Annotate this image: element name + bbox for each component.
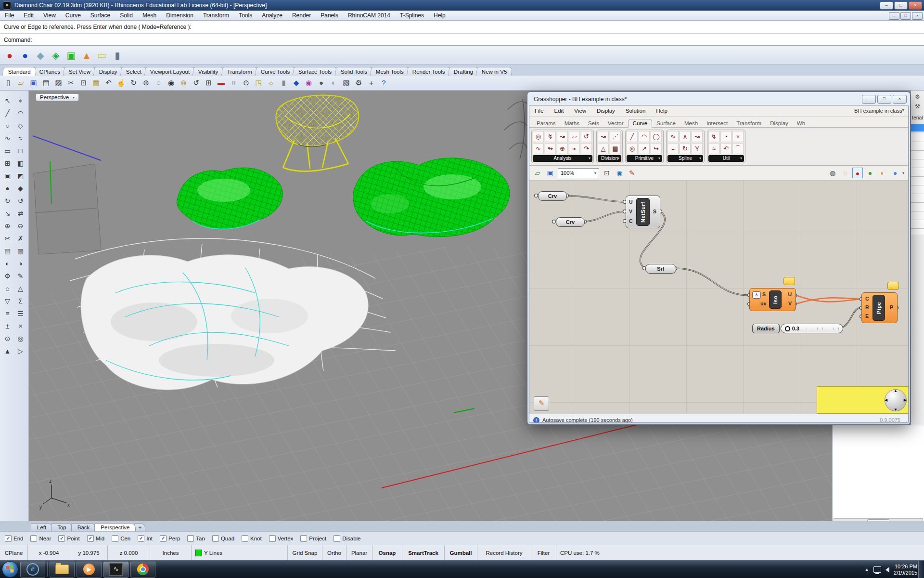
grasshopper-canvas[interactable]: Crv Crv U V C NetSurf S Srf ∧ S uv Iso U xyxy=(529,181,908,414)
chevron-down-icon[interactable]: ▾ xyxy=(594,171,596,175)
gh-category-tab[interactable]: Params xyxy=(532,119,560,127)
component-icon[interactable]: ◯ xyxy=(651,131,662,142)
green-drop-icon[interactable]: ◈ xyxy=(49,49,63,62)
menu-item[interactable]: RhinoCAM 2014 xyxy=(343,11,395,20)
compass-widget[interactable]: ▲▼ ◀▶ xyxy=(885,389,907,411)
chevron-down-icon[interactable]: ▾ xyxy=(902,171,904,175)
plus-minus-icon[interactable]: ± xyxy=(1,320,14,332)
color-wheel-icon[interactable]: ◉ xyxy=(303,77,314,89)
netsurf-input-u[interactable]: U xyxy=(629,199,633,205)
sigma-icon[interactable]: Σ xyxy=(14,295,27,307)
component-icon[interactable]: ↝ xyxy=(598,131,609,142)
menu-item[interactable]: Solid xyxy=(115,11,138,20)
zoom-dynamic-icon[interactable]: ⊕ xyxy=(141,77,152,89)
checkbox[interactable] xyxy=(138,535,144,542)
battery-icon[interactable]: ▮ xyxy=(111,49,124,62)
new-document-icon[interactable]: ▯ xyxy=(3,77,14,89)
osnap-item[interactable]: Int xyxy=(138,535,153,542)
component-icon[interactable]: ↬ xyxy=(545,143,556,154)
delete-cross-icon[interactable]: ✗ xyxy=(14,232,27,245)
mdi-restore-button[interactable]: □ xyxy=(900,12,911,20)
shield-icon[interactable]: ◆ xyxy=(291,77,302,89)
house-icon[interactable]: ⌂ xyxy=(1,282,14,295)
menu-item[interactable]: Surface xyxy=(86,11,115,20)
triangle-down-icon[interactable]: ▽ xyxy=(1,295,14,307)
checkbox[interactable] xyxy=(212,535,219,542)
component-icon[interactable]: ⌒ xyxy=(732,143,744,154)
status-cell[interactable]: SmartTrack xyxy=(402,545,445,560)
menu-item[interactable]: Transform xyxy=(198,11,234,20)
menu-item[interactable]: Help xyxy=(429,11,450,20)
shade-right-icon[interactable]: ◑ xyxy=(14,257,27,270)
taskbar-clock[interactable]: 10:26 PM 2/19/2015 xyxy=(894,564,917,576)
checkbox[interactable] xyxy=(187,535,194,542)
checkbox[interactable] xyxy=(242,535,248,542)
lock-icon[interactable]: ▮ xyxy=(278,77,289,89)
resize-grip[interactable]: ⋰ xyxy=(903,420,907,423)
osnap-item[interactable]: Point xyxy=(58,535,79,542)
gh-category-tab[interactable]: Mesh xyxy=(680,119,702,127)
slider-knob[interactable] xyxy=(785,326,790,331)
solid-triangle-icon[interactable]: ▲ xyxy=(1,345,14,357)
pan-hand-icon[interactable]: ☝ xyxy=(116,77,127,89)
osnap-item[interactable]: Quad xyxy=(212,535,234,542)
grasshopper-window[interactable]: Grasshopper - BH example in class* – □ ×… xyxy=(527,92,911,425)
checkbox[interactable] xyxy=(87,535,94,542)
hatch-icon[interactable]: ▧ xyxy=(341,77,352,89)
undo-view-icon[interactable]: ↺ xyxy=(191,77,202,89)
half-square-icon[interactable]: ◧ xyxy=(14,157,27,170)
viewport-tab[interactable]: Left xyxy=(31,523,52,531)
gh-menu-item[interactable]: Solution xyxy=(620,107,651,115)
slider-track[interactable]: 0.3 xyxy=(781,324,843,333)
dot-circle-icon[interactable]: ⊙ xyxy=(1,332,14,345)
checkbox[interactable] xyxy=(5,535,12,542)
shade-left-icon[interactable]: ◐ xyxy=(1,257,14,270)
no-preview-icon[interactable]: ◍ xyxy=(827,168,838,178)
green-box-icon[interactable]: ▣ xyxy=(64,49,78,62)
toolbar-tab[interactable]: Display xyxy=(93,67,123,76)
toolbar-tab[interactable]: Viewport Layout xyxy=(144,67,196,76)
copy-icon[interactable]: ⊡ xyxy=(78,77,89,89)
grid-icon[interactable]: ⊞ xyxy=(1,157,14,170)
swap-icon[interactable]: ⇄ xyxy=(14,207,27,220)
component-icon[interactable]: ∿ xyxy=(533,143,544,154)
component-icon[interactable]: ▤ xyxy=(610,143,621,154)
scissors-icon[interactable]: ✂ xyxy=(1,232,14,245)
ghosted-sphere-icon[interactable]: ◐ xyxy=(328,77,339,89)
status-cell[interactable]: Gumball xyxy=(445,545,477,560)
viewport-tab[interactable]: Back xyxy=(71,523,96,531)
preview-eye-icon[interactable]: ◉ xyxy=(614,168,625,178)
chevron-down-icon[interactable]: ▾ xyxy=(658,155,660,162)
component-icon[interactable]: △ xyxy=(598,143,609,154)
menu-item[interactable]: File xyxy=(0,11,19,20)
status-cell[interactable]: Filter xyxy=(531,545,556,560)
menu-item[interactable]: View xyxy=(38,11,61,20)
rectangle-icon[interactable]: ▭ xyxy=(1,144,14,157)
menu-item[interactable]: Edit xyxy=(19,11,38,20)
move-widget-icon[interactable]: + xyxy=(366,77,377,89)
osnap-item[interactable]: Disable xyxy=(334,535,360,542)
osnap-item[interactable]: Tan xyxy=(187,535,205,542)
wireframe-preview-icon[interactable]: ◌ xyxy=(840,168,850,178)
iso-component[interactable]: ∧ S uv Iso U V xyxy=(749,288,796,311)
custom-preview-green-icon[interactable]: ● xyxy=(865,168,875,178)
netsurf-component[interactable]: U V C NetSurf S xyxy=(626,196,660,228)
component-icon[interactable]: ◔ xyxy=(720,131,732,142)
square-icon[interactable]: □ xyxy=(14,144,27,157)
gh-category-tab[interactable]: Vector xyxy=(603,119,628,127)
shaded-preview-icon[interactable]: ● xyxy=(852,168,863,178)
blue-sphere-icon[interactable]: ● xyxy=(18,49,32,62)
checkbox[interactable] xyxy=(269,535,276,542)
selected-layer-row[interactable] xyxy=(911,124,924,131)
crv-param-node-1[interactable]: Crv xyxy=(538,191,567,201)
yellow-frame-icon[interactable]: ▭ xyxy=(95,49,109,62)
open-folder-icon[interactable]: ▱ xyxy=(15,77,26,89)
mesh-icon[interactable]: ▦ xyxy=(14,245,27,257)
zoom-window-icon[interactable]: ◌ xyxy=(153,77,164,89)
iso-data-balloon[interactable] xyxy=(783,277,795,285)
status-cell[interactable]: CPlane xyxy=(0,545,28,560)
status-cell[interactable]: Planar xyxy=(346,545,372,560)
crv-param-node-2[interactable]: Crv xyxy=(556,217,585,227)
hammer-icon[interactable]: ⚒ xyxy=(911,103,924,110)
named-view-icon[interactable]: ◳ xyxy=(253,77,264,89)
